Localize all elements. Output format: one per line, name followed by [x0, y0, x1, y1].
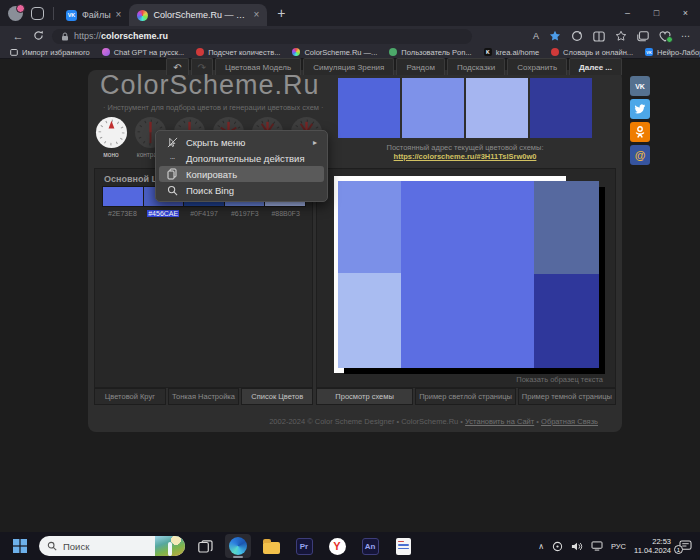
tray-expand-icon[interactable]: ∧ [538, 542, 544, 551]
taskbar-app-explorer[interactable] [258, 534, 284, 558]
browser-toolbar: ← https://colorscheme.ru A ⋯ [0, 26, 700, 46]
scheme-swatch-strip [338, 78, 592, 138]
hex-value[interactable]: #88B0F3 [265, 210, 306, 217]
system-tray: ∧ РУС 22:53 11.04.2024 1 [538, 537, 692, 555]
vk-share-icon[interactable]: VK [630, 76, 650, 96]
menu-item-hide-menu[interactable]: Скрыть меню ▸ [159, 134, 324, 150]
bookmark-user[interactable]: Пользователь Pon... [389, 48, 471, 57]
colorwheel-favicon-icon [292, 48, 300, 56]
profile-avatar-icon[interactable] [8, 6, 23, 21]
menu-item-search-bing[interactable]: Поиск Bing [159, 182, 324, 198]
taskbar-search[interactable]: Поиск [39, 536, 185, 556]
feedback-link[interactable]: Обратная Связь [541, 417, 598, 426]
toolbar-icons: A ⋯ [533, 30, 692, 42]
start-button[interactable] [8, 534, 32, 558]
taskbar-app-animate[interactable]: An [357, 534, 383, 558]
twitter-share-icon[interactable] [630, 99, 650, 119]
tab-close-icon[interactable]: × [253, 10, 259, 20]
search-icon [166, 185, 178, 196]
refresh-button[interactable] [28, 30, 48, 43]
network-icon[interactable] [591, 541, 603, 551]
nav-hints[interactable]: Подсказки [447, 58, 505, 75]
tab-title: Файлы [82, 10, 111, 20]
bookmark-neurolab[interactable]: VK Нейро-Лаборатор... [645, 48, 700, 57]
krea-favicon-icon: K [484, 48, 492, 56]
premiere-icon: Pr [296, 538, 313, 555]
shopping-icon[interactable] [571, 30, 583, 42]
bookmark-krea[interactable]: K krea.ai/home [484, 48, 539, 57]
menu-item-copy[interactable]: Копировать [159, 166, 324, 182]
nav-random[interactable]: Рандом [396, 58, 445, 75]
tab-scheme-view[interactable]: Просмотр схемы [316, 388, 413, 405]
right-tabbar: Просмотр схемы Пример светлой страницы П… [316, 388, 616, 405]
bookmark-dictionary[interactable]: Словарь и онлайн... [551, 48, 633, 57]
time: 22:53 [652, 537, 671, 546]
minimize-button[interactable]: – [613, 0, 642, 26]
preview-cell [401, 181, 534, 368]
bookmark-chatgpt[interactable]: Chat GPT на русск... [102, 48, 184, 57]
taskbar-app-yandex[interactable]: Y [324, 534, 350, 558]
tab-color-wheel[interactable]: Цветовой Круг [94, 388, 166, 405]
site-footer: 2002-2024 © Color Scheme Designer • Colo… [269, 417, 598, 426]
bookmark-counter[interactable]: Подсчет количеств... [196, 48, 280, 57]
favorites-icon[interactable] [615, 30, 627, 42]
browser-essentials-icon[interactable] [659, 31, 671, 42]
workspaces-icon[interactable] [31, 7, 44, 20]
palette-swatch[interactable] [103, 187, 144, 206]
date: 11.04.2024 [634, 546, 671, 555]
preview-cell [534, 181, 599, 274]
nav-save[interactable]: Сохранить [507, 58, 567, 75]
task-view-button[interactable] [192, 534, 218, 558]
permalink-link[interactable]: https://colorscheme.ru/#3H11TslSrw0w0 [334, 152, 596, 161]
notification-center-button[interactable]: 1 [679, 540, 692, 552]
mailru-share-icon[interactable]: @ [630, 145, 650, 165]
tab-fine-tune[interactable]: Тонкая Настройка [168, 388, 240, 405]
close-button[interactable]: × [671, 0, 700, 26]
update-tray-icon[interactable] [552, 541, 563, 552]
browser-tab-colorscheme[interactable]: ColorScheme.Ru — Цветовой к × [129, 4, 267, 26]
volume-icon[interactable] [571, 541, 583, 552]
vk-favicon-icon: VK [645, 48, 653, 56]
split-screen-icon[interactable] [593, 31, 605, 42]
read-aloud-icon[interactable]: A [533, 31, 539, 41]
tab-dark-page-example[interactable]: Пример темной страницы [518, 388, 616, 405]
new-tab-button[interactable]: + [277, 5, 285, 21]
hex-value[interactable]: #6197F3 [224, 210, 265, 217]
tab-title: ColorScheme.Ru — Цветовой к [153, 10, 248, 20]
taskbar-app-document[interactable] [390, 534, 416, 558]
taskbar-app-premiere[interactable]: Pr [291, 534, 317, 558]
favorite-star-icon[interactable] [549, 30, 561, 42]
browser-tab-files[interactable]: VK Файлы × [58, 4, 129, 26]
mode-mono[interactable]: моно [93, 116, 129, 165]
hex-value-selected[interactable]: #456CAE [143, 210, 184, 217]
odnoklassniki-share-icon[interactable] [630, 122, 650, 142]
task-view-icon [198, 540, 213, 553]
bookmark-colorscheme[interactable]: ColorScheme.Ru —... [292, 48, 377, 57]
settings-menu-icon[interactable]: ⋯ [681, 31, 690, 41]
bing-daily-image[interactable] [155, 536, 185, 556]
tab-color-list[interactable]: Список Цветов [241, 388, 313, 405]
left-tabbar: Цветовой Круг Тонкая Настройка Список Цв… [94, 388, 313, 405]
hex-value[interactable]: #0F4197 [184, 210, 225, 217]
import-favorites-icon [10, 48, 18, 56]
scheme-swatch [402, 78, 464, 138]
taskbar-app-edge[interactable] [225, 534, 251, 558]
tab-close-icon[interactable]: × [116, 10, 122, 20]
address-bar[interactable]: https://colorscheme.ru [52, 29, 472, 44]
language-indicator[interactable]: РУС [611, 542, 626, 551]
install-on-site-link[interactable]: Установить на Сайт [465, 417, 534, 426]
bookmark-import[interactable]: Импорт избранного [10, 48, 90, 57]
collections-icon[interactable] [637, 31, 649, 42]
back-button[interactable]: ← [8, 30, 28, 42]
maximize-button[interactable]: □ [642, 0, 671, 26]
windows-taskbar: Поиск Pr Y An ∧ РУС 22:53 11.04.2024 1 [0, 532, 700, 560]
preview-cell [338, 181, 401, 273]
tab-light-page-example[interactable]: Пример светлой страницы [415, 388, 516, 405]
hex-value[interactable]: #2E73E8 [102, 210, 143, 217]
nav-more[interactable]: Далее ... [569, 58, 622, 75]
colorwheel-favicon-icon [137, 10, 148, 21]
show-text-sample-link[interactable]: Показать образец текста [516, 375, 603, 384]
menu-item-more-actions[interactable]: ··· Дополнительные действия [159, 150, 324, 166]
clock[interactable]: 22:53 11.04.2024 [634, 537, 671, 555]
url-text: https://colorscheme.ru [74, 31, 168, 41]
